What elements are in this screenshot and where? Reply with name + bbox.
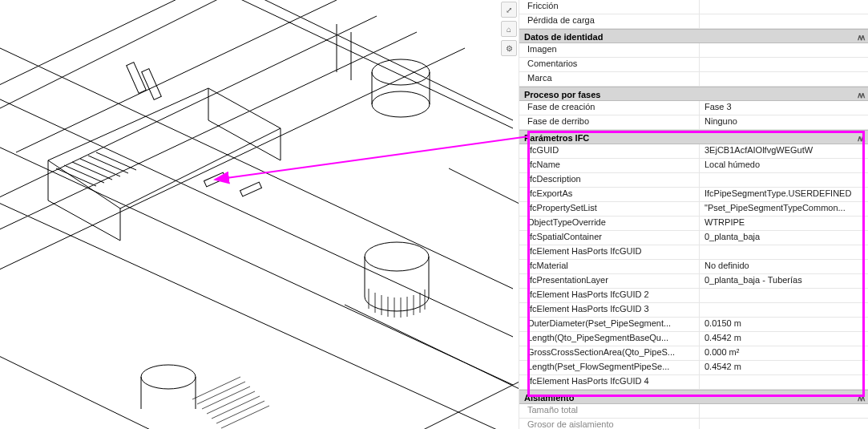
property-row[interactable]: IfcElement HasPorts IfcGUID 2 (519, 289, 868, 303)
property-label: Marca (519, 72, 700, 86)
svg-rect-1 (142, 69, 162, 100)
property-row[interactable]: IfcSpatialContainer0_planta_baja (519, 231, 868, 245)
property-label: GrossCrossSectionArea(Qto_PipeS... (519, 346, 700, 360)
property-value[interactable] (700, 375, 868, 389)
svg-rect-0 (127, 63, 147, 94)
property-label: IfcPropertySetList (519, 202, 700, 216)
property-label: ObjectTypeOverride (519, 217, 700, 230)
nav-home-icon[interactable]: ⌂ (501, 21, 517, 37)
property-label: IfcPresentationLayer (519, 274, 700, 288)
property-row[interactable]: Pérdida de carga (519, 14, 868, 29)
property-row[interactable]: IfcNameLocal húmedo (519, 159, 868, 173)
property-value[interactable]: 0_planta_baja - Tuberías (700, 274, 868, 288)
section-header[interactable]: Proceso por fases∧∧ (519, 87, 868, 101)
property-value[interactable]: No definido (700, 260, 868, 273)
property-row[interactable]: Length(Qto_PipeSegmentBaseQu...0.4542 m (519, 332, 868, 346)
collapse-icon[interactable]: ∧∧ (857, 132, 863, 145)
svg-point-7 (141, 365, 196, 389)
property-label: IfcGUID (519, 144, 700, 158)
property-row[interactable]: Length(Pset_FlowSegmentPipeSe...0.4542 m (519, 361, 868, 375)
property-row[interactable]: IfcElement HasPorts IfcGUID 4 (519, 375, 868, 390)
property-row[interactable]: IfcElement HasPorts IfcGUID 3 (519, 303, 868, 318)
collapse-icon[interactable]: ∧∧ (857, 392, 863, 405)
svg-point-6 (365, 242, 429, 271)
property-label: IfcDescription (519, 173, 700, 187)
property-row[interactable]: Tamaño total (519, 404, 868, 419)
property-row[interactable]: OuterDiameter(Pset_PipeSegment...0.0150 … (519, 318, 868, 332)
property-value[interactable] (700, 0, 868, 14)
property-row[interactable]: Fricción (519, 0, 868, 14)
svg-point-4 (372, 59, 430, 85)
property-label: IfcElement HasPorts IfcGUID (519, 245, 700, 259)
property-value[interactable]: 0.4542 m (700, 361, 868, 374)
property-value[interactable] (700, 14, 868, 28)
svg-rect-2 (204, 172, 225, 187)
property-label: Imagen (519, 43, 700, 57)
property-label: IfcName (519, 159, 700, 172)
svg-rect-3 (240, 182, 261, 196)
property-row[interactable]: IfcElement HasPorts IfcGUID (519, 245, 868, 260)
property-label: IfcSpatialContainer (519, 231, 700, 245)
property-value[interactable]: Fase 3 (700, 101, 868, 115)
property-row[interactable]: IfcPropertySetList"Pset_PipeSegmentTypeC… (519, 202, 868, 217)
property-value[interactable]: 0.000 m² (700, 346, 868, 360)
property-row[interactable]: IfcGUID3EjCB1AcfAIOlfvgWEGutW (519, 144, 868, 159)
collapse-icon[interactable]: ∧∧ (857, 31, 863, 44)
model-viewport[interactable]: ⤢ ⌂ ⚙ (0, 0, 519, 429)
property-row[interactable]: ObjectTypeOverrideWTRPIPE (519, 217, 868, 231)
property-value[interactable] (700, 303, 868, 317)
property-value[interactable] (700, 43, 868, 57)
svg-point-5 (372, 91, 430, 117)
property-value[interactable] (700, 289, 868, 302)
property-row[interactable]: GrossCrossSectionArea(Qto_PipeS...0.000 … (519, 346, 868, 361)
property-row[interactable]: IfcMaterialNo definido (519, 260, 868, 274)
section-header[interactable]: Datos de identidad∧∧ (519, 29, 868, 43)
property-label: Tamaño total (519, 404, 700, 418)
property-label: Fricción (519, 0, 700, 14)
property-value[interactable]: 0.4542 m (700, 332, 868, 346)
property-label: IfcElement HasPorts IfcGUID 2 (519, 289, 700, 302)
collapse-icon[interactable]: ∧∧ (857, 89, 863, 102)
property-value[interactable] (700, 419, 868, 429)
viewport-toolbar: ⤢ ⌂ ⚙ (501, 2, 517, 56)
property-row[interactable]: Grosor de aislamiento (519, 419, 868, 429)
property-row[interactable]: Imagen (519, 43, 868, 58)
property-row[interactable]: Marca (519, 72, 868, 87)
property-row[interactable]: Fase de derriboNinguno (519, 115, 868, 130)
section-header[interactable]: Parámetros IFC∧∧ (519, 130, 868, 144)
property-value[interactable]: Local húmedo (700, 159, 868, 172)
property-value[interactable] (700, 72, 868, 86)
property-value[interactable]: "Pset_PipeSegmentTypeCommon... (700, 202, 868, 216)
property-label: IfcExportAs (519, 188, 700, 201)
property-label: Length(Qto_PipeSegmentBaseQu... (519, 332, 700, 346)
nav-settings-icon[interactable]: ⚙ (501, 40, 517, 56)
property-value[interactable] (700, 245, 868, 259)
wireframe-drawing (0, 0, 519, 429)
section-title: Datos de identidad (524, 32, 603, 42)
property-value[interactable]: WTRPIPE (700, 217, 868, 230)
property-label: IfcElement HasPorts IfcGUID 4 (519, 375, 700, 389)
section-title: Parámetros IFC (524, 133, 589, 143)
property-label: OuterDiameter(Pset_PipeSegment... (519, 318, 700, 331)
property-row[interactable]: IfcDescription (519, 173, 868, 188)
property-row[interactable]: Comentarios (519, 58, 868, 72)
property-value[interactable] (700, 404, 868, 418)
properties-panel[interactable]: FricciónPérdida de cargaDatos de identid… (519, 0, 868, 429)
property-label: IfcElement HasPorts IfcGUID 3 (519, 303, 700, 317)
property-value[interactable]: 0.0150 m (700, 318, 868, 331)
section-title: Proceso por fases (524, 90, 600, 99)
section-header[interactable]: Aislamiento∧∧ (519, 390, 868, 404)
nav-fullnav-icon[interactable]: ⤢ (501, 2, 517, 18)
property-value[interactable] (700, 173, 868, 187)
property-label: Fase de creación (519, 101, 700, 115)
property-value[interactable]: 0_planta_baja (700, 231, 868, 245)
property-value[interactable]: 3EjCB1AcfAIOlfvgWEGutW (700, 144, 868, 158)
property-value[interactable]: IfcPipeSegmentType.USERDEFINED (700, 188, 868, 201)
property-row[interactable]: Fase de creaciónFase 3 (519, 101, 868, 115)
property-row[interactable]: IfcPresentationLayer0_planta_baja - Tube… (519, 274, 868, 289)
property-label: Pérdida de carga (519, 14, 700, 28)
property-value[interactable]: Ninguno (700, 115, 868, 129)
property-label: Length(Pset_FlowSegmentPipeSe... (519, 361, 700, 374)
property-row[interactable]: IfcExportAsIfcPipeSegmentType.USERDEFINE… (519, 188, 868, 202)
property-value[interactable] (700, 58, 868, 71)
